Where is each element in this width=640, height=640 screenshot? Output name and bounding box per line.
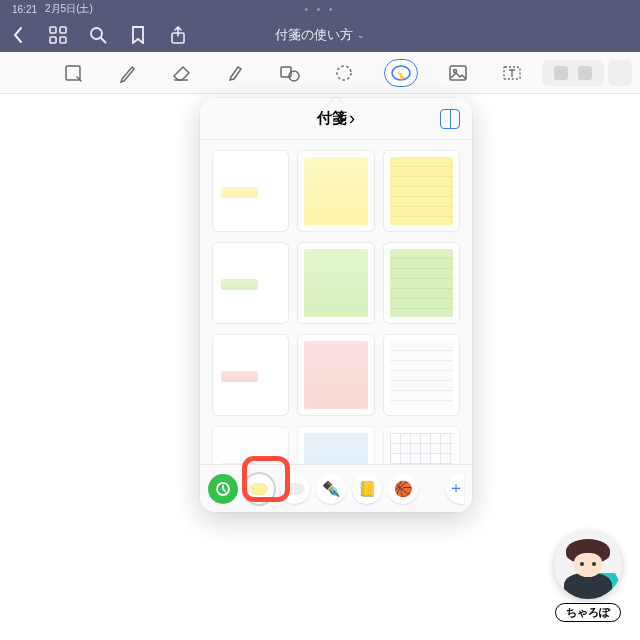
popover-title: 付箋 [317, 109, 347, 128]
svg-rect-1 [60, 27, 66, 33]
share-button[interactable] [168, 25, 188, 45]
author-signature: ちゃろぽ [554, 531, 622, 622]
fav-slot[interactable] [608, 60, 632, 86]
document-title[interactable]: 付箋の使い方 ⌄ [275, 26, 365, 44]
category-history[interactable] [208, 474, 238, 504]
stickers-tool[interactable] [384, 59, 418, 87]
sticker-option[interactable] [212, 150, 289, 232]
category-sticky-gray[interactable] [280, 474, 310, 504]
multitask-indicator[interactable]: • • • [304, 4, 335, 15]
sticker-option[interactable] [383, 426, 460, 464]
category-sticky-yellow[interactable] [244, 474, 274, 504]
sticker-option[interactable] [297, 426, 374, 464]
lasso-tool[interactable] [330, 59, 358, 87]
text-tool[interactable] [498, 59, 526, 87]
highlighter-tool[interactable] [222, 59, 250, 87]
popover-title-button[interactable]: 付箋 › [317, 108, 355, 129]
fav-slot-icon [554, 66, 568, 80]
author-name: ちゃろぽ [555, 603, 621, 622]
svg-rect-3 [60, 37, 66, 43]
search-button[interactable] [88, 25, 108, 45]
toolbar-extras [542, 60, 632, 86]
add-category-button[interactable]: ＋ [446, 474, 464, 504]
sticker-option[interactable] [297, 150, 374, 232]
bookmark-button[interactable] [128, 25, 148, 45]
layout-toggle[interactable] [440, 109, 460, 129]
sticker-option[interactable] [383, 242, 460, 324]
svg-point-9 [337, 66, 351, 80]
svg-point-4 [91, 28, 102, 39]
fav-slot-icon [578, 66, 592, 80]
readmode-tool[interactable] [60, 59, 88, 87]
sticker-option[interactable] [212, 426, 289, 464]
nav-bar: 付箋の使い方 ⌄ [0, 18, 640, 52]
back-button[interactable] [8, 25, 28, 45]
popover-toolbar: ✒️📒🏀＋ [200, 464, 472, 512]
sticker-grid [200, 140, 472, 464]
popover-header: 付箋 › [200, 98, 472, 140]
chevron-right-icon: › [349, 108, 355, 129]
category-ball[interactable]: 🏀 [388, 474, 418, 504]
chevron-down-icon: ⌄ [357, 30, 365, 40]
svg-rect-0 [50, 27, 56, 33]
avatar-icon [554, 531, 622, 599]
nav-left [8, 25, 188, 45]
tool-bar [0, 52, 640, 94]
category-notes[interactable]: 📒 [352, 474, 382, 504]
sticker-option[interactable] [212, 242, 289, 324]
sticker-option[interactable] [383, 334, 460, 416]
shapes-tool[interactable] [276, 59, 304, 87]
stickers-popover: 付箋 › ✒️📒🏀＋ [200, 98, 472, 512]
image-tool[interactable] [444, 59, 472, 87]
status-bar: 16:21 2月5日(土) • • • [0, 0, 640, 18]
sticker-option[interactable] [383, 150, 460, 232]
thumbnails-button[interactable] [48, 25, 68, 45]
pen-tool[interactable] [114, 59, 142, 87]
sticker-option[interactable] [212, 334, 289, 416]
favorites-group[interactable] [542, 60, 604, 86]
svg-rect-11 [450, 66, 466, 80]
date: 2月5日(土) [45, 2, 93, 16]
clock: 16:21 [12, 4, 37, 15]
svg-rect-2 [50, 37, 56, 43]
sticker-option[interactable] [297, 334, 374, 416]
title-text: 付箋の使い方 [275, 26, 353, 44]
eraser-tool[interactable] [168, 59, 196, 87]
category-pen-brush[interactable]: ✒️ [316, 474, 346, 504]
sticker-option[interactable] [297, 242, 374, 324]
